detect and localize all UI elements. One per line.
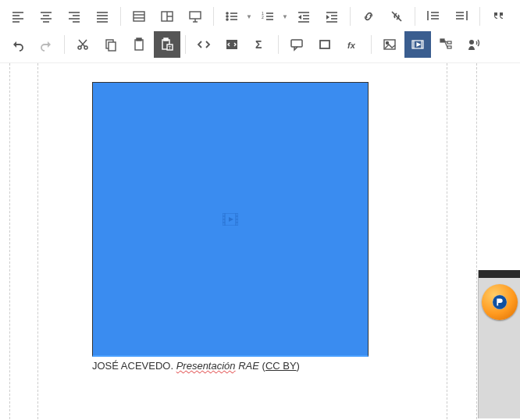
toolbar-row-1: ▼ 12 ▼ [5,3,515,30]
caption-author: JOSÉ ACEVEDO. [92,360,173,372]
svg-rect-59 [135,40,143,50]
outdent-button[interactable] [420,3,447,30]
separator [120,7,121,26]
unlink-button[interactable] [383,3,410,30]
margin-guide [447,63,447,419]
separator [64,35,65,54]
align-center-button[interactable] [33,3,59,30]
caption-source: RAE [238,360,259,372]
svg-rect-60 [137,38,141,41]
align-right-button[interactable] [61,3,87,30]
separator [278,35,279,54]
indent-button[interactable] [448,3,475,30]
svg-text:2: 2 [262,15,264,20]
redo-button[interactable] [33,31,59,58]
svg-point-27 [226,19,228,20]
undo-button[interactable] [5,31,31,58]
svg-point-71 [386,42,389,44]
svg-rect-67 [291,40,302,47]
svg-point-54 [84,46,87,49]
code-button[interactable] [191,31,217,58]
svg-text:fx: fx [347,41,356,50]
side-panel [478,270,520,418]
comment-button[interactable] [283,31,310,58]
margin-guide [476,63,477,419]
code-block-button[interactable] [219,31,245,58]
paste-button[interactable] [126,31,152,58]
editor-canvas[interactable]: JOSÉ ACEVEDO. Presentación RAE (CC BY) [0,63,520,419]
blockquote-button[interactable] [485,3,511,30]
svg-rect-77 [447,41,451,44]
image-button[interactable] [376,31,403,58]
separator [479,7,480,26]
text-to-speech-button[interactable] [461,31,487,58]
unordered-list-button[interactable] [219,3,245,30]
formula-button[interactable]: fx [340,31,366,58]
separator [213,7,214,26]
decrease-indent-button[interactable] [290,3,317,30]
content-block: JOSÉ ACEVEDO. Presentación RAE (CC BY) [92,82,369,372]
svg-point-53 [78,46,81,49]
svg-rect-58 [109,42,116,51]
cut-button[interactable] [69,31,96,58]
svg-marker-91 [229,217,233,222]
unordered-list-dropdown[interactable]: ▼ [245,3,253,30]
ordered-list-button[interactable]: 12 [255,3,281,30]
svg-rect-22 [190,12,201,19]
link-button[interactable] [355,3,382,30]
svg-text:T: T [169,45,172,50]
insert-presentation-button[interactable] [182,3,208,30]
separator [415,7,415,26]
svg-point-25 [226,12,228,14]
svg-rect-78 [447,46,451,48]
svg-point-26 [226,16,228,17]
film-icon [223,213,238,226]
separator [371,35,372,54]
svg-rect-76 [440,39,444,42]
help-bubble[interactable] [482,284,518,320]
insert-layout-button[interactable] [154,3,180,30]
paste-text-button[interactable]: T [154,31,180,58]
svg-rect-68 [320,41,329,48]
video-caption[interactable]: JOSÉ ACEVEDO. Presentación RAE (CC BY) [92,360,369,372]
align-justify-button[interactable] [89,3,116,30]
copy-button[interactable] [98,31,124,58]
svg-line-44 [392,12,401,21]
equation-button[interactable]: Σ [247,31,273,58]
video-button[interactable] [404,31,431,58]
caption-title: Presentación [176,360,236,372]
caption-license: CC BY [265,360,297,372]
insert-table-button[interactable] [126,3,152,30]
increase-indent-button[interactable] [319,3,345,30]
box-button[interactable] [312,31,338,58]
svg-text:Σ: Σ [255,38,262,51]
ordered-list-dropdown[interactable]: ▼ [281,3,289,30]
svg-rect-62 [164,38,168,41]
svg-rect-16 [134,12,144,21]
svg-marker-75 [417,43,420,46]
tree-button[interactable] [433,31,459,58]
toolbar-row-2: T Σ fx [5,31,515,58]
svg-point-81 [469,40,474,44]
margin-guide [37,63,38,419]
video-placeholder[interactable] [92,82,369,357]
editor-toolbar: ▼ 12 ▼ T Σ fx [0,0,520,63]
align-left-button[interactable] [5,3,31,30]
margin-guide [9,63,10,419]
logo-icon [491,294,508,311]
separator [185,35,186,54]
separator [350,7,351,26]
